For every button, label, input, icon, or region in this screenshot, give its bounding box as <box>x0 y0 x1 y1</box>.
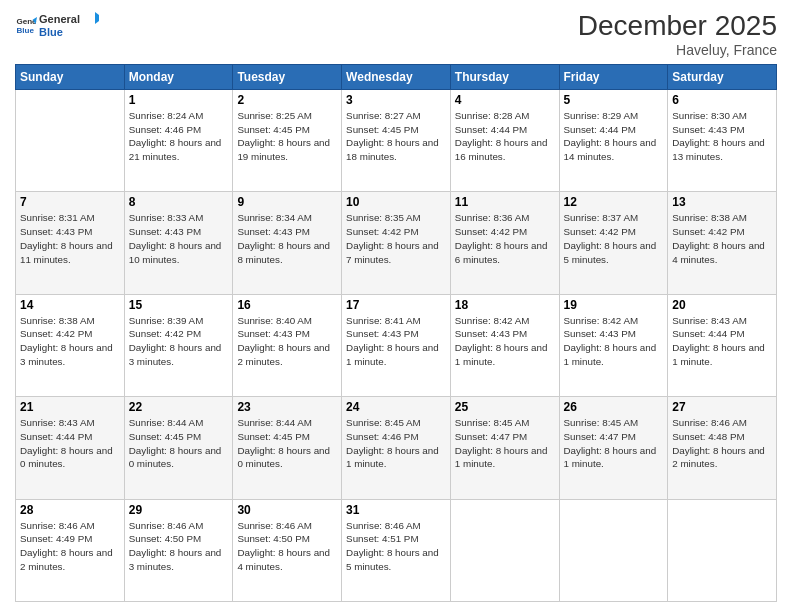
calendar-cell: 9 Sunrise: 8:34 AMSunset: 4:43 PMDayligh… <box>233 192 342 294</box>
calendar-cell: 3 Sunrise: 8:27 AMSunset: 4:45 PMDayligh… <box>342 90 451 192</box>
svg-text:Blue: Blue <box>39 26 63 38</box>
cell-date: 8 <box>129 195 229 209</box>
cell-info: Sunrise: 8:31 AMSunset: 4:43 PMDaylight:… <box>20 212 113 264</box>
cell-date: 10 <box>346 195 446 209</box>
calendar-cell: 31 Sunrise: 8:46 AMSunset: 4:51 PMDaylig… <box>342 499 451 601</box>
calendar-cell <box>668 499 777 601</box>
calendar-cell: 12 Sunrise: 8:37 AMSunset: 4:42 PMDaylig… <box>559 192 668 294</box>
cell-info: Sunrise: 8:39 AMSunset: 4:42 PMDaylight:… <box>129 315 222 367</box>
cell-date: 3 <box>346 93 446 107</box>
cell-info: Sunrise: 8:45 AMSunset: 4:47 PMDaylight:… <box>455 417 548 469</box>
cell-info: Sunrise: 8:46 AMSunset: 4:49 PMDaylight:… <box>20 520 113 572</box>
cell-date: 21 <box>20 400 120 414</box>
cell-info: Sunrise: 8:29 AMSunset: 4:44 PMDaylight:… <box>564 110 657 162</box>
cell-info: Sunrise: 8:45 AMSunset: 4:47 PMDaylight:… <box>564 417 657 469</box>
location: Haveluy, France <box>578 42 777 58</box>
cell-date: 16 <box>237 298 337 312</box>
cell-date: 23 <box>237 400 337 414</box>
calendar-cell: 29 Sunrise: 8:46 AMSunset: 4:50 PMDaylig… <box>124 499 233 601</box>
cell-info: Sunrise: 8:38 AMSunset: 4:42 PMDaylight:… <box>672 212 765 264</box>
calendar-cell: 15 Sunrise: 8:39 AMSunset: 4:42 PMDaylig… <box>124 294 233 396</box>
header-thursday: Thursday <box>450 65 559 90</box>
logo-icon: General Blue <box>15 14 37 36</box>
title-block: December 2025 Haveluy, France <box>578 10 777 58</box>
cell-date: 22 <box>129 400 229 414</box>
cell-date: 25 <box>455 400 555 414</box>
header-tuesday: Tuesday <box>233 65 342 90</box>
calendar-cell: 28 Sunrise: 8:46 AMSunset: 4:49 PMDaylig… <box>16 499 125 601</box>
calendar-cell: 5 Sunrise: 8:29 AMSunset: 4:44 PMDayligh… <box>559 90 668 192</box>
calendar-cell: 22 Sunrise: 8:44 AMSunset: 4:45 PMDaylig… <box>124 397 233 499</box>
calendar-week-row: 7 Sunrise: 8:31 AMSunset: 4:43 PMDayligh… <box>16 192 777 294</box>
cell-date: 26 <box>564 400 664 414</box>
cell-date: 18 <box>455 298 555 312</box>
header-sunday: Sunday <box>16 65 125 90</box>
cell-date: 15 <box>129 298 229 312</box>
cell-date: 29 <box>129 503 229 517</box>
cell-info: Sunrise: 8:28 AMSunset: 4:44 PMDaylight:… <box>455 110 548 162</box>
calendar-table: Sunday Monday Tuesday Wednesday Thursday… <box>15 64 777 602</box>
cell-date: 5 <box>564 93 664 107</box>
cell-info: Sunrise: 8:24 AMSunset: 4:46 PMDaylight:… <box>129 110 222 162</box>
cell-info: Sunrise: 8:35 AMSunset: 4:42 PMDaylight:… <box>346 212 439 264</box>
cell-info: Sunrise: 8:46 AMSunset: 4:50 PMDaylight:… <box>237 520 330 572</box>
cell-date: 4 <box>455 93 555 107</box>
calendar-cell: 24 Sunrise: 8:45 AMSunset: 4:46 PMDaylig… <box>342 397 451 499</box>
calendar-cell: 6 Sunrise: 8:30 AMSunset: 4:43 PMDayligh… <box>668 90 777 192</box>
calendar-cell: 11 Sunrise: 8:36 AMSunset: 4:42 PMDaylig… <box>450 192 559 294</box>
cell-date: 17 <box>346 298 446 312</box>
cell-info: Sunrise: 8:43 AMSunset: 4:44 PMDaylight:… <box>20 417 113 469</box>
cell-date: 27 <box>672 400 772 414</box>
cell-date: 31 <box>346 503 446 517</box>
cell-info: Sunrise: 8:33 AMSunset: 4:43 PMDaylight:… <box>129 212 222 264</box>
calendar-cell: 19 Sunrise: 8:42 AMSunset: 4:43 PMDaylig… <box>559 294 668 396</box>
cell-date: 12 <box>564 195 664 209</box>
cell-date: 13 <box>672 195 772 209</box>
header: General Blue General Blue December 2025 … <box>15 10 777 58</box>
svg-text:General: General <box>39 13 80 25</box>
calendar-cell: 26 Sunrise: 8:45 AMSunset: 4:47 PMDaylig… <box>559 397 668 499</box>
calendar-page: General Blue General Blue December 2025 … <box>0 0 792 612</box>
header-monday: Monday <box>124 65 233 90</box>
cell-info: Sunrise: 8:37 AMSunset: 4:42 PMDaylight:… <box>564 212 657 264</box>
cell-info: Sunrise: 8:44 AMSunset: 4:45 PMDaylight:… <box>129 417 222 469</box>
month-title: December 2025 <box>578 10 777 42</box>
calendar-cell: 8 Sunrise: 8:33 AMSunset: 4:43 PMDayligh… <box>124 192 233 294</box>
header-wednesday: Wednesday <box>342 65 451 90</box>
cell-date: 19 <box>564 298 664 312</box>
calendar-cell <box>450 499 559 601</box>
calendar-cell <box>16 90 125 192</box>
cell-info: Sunrise: 8:38 AMSunset: 4:42 PMDaylight:… <box>20 315 113 367</box>
calendar-cell: 10 Sunrise: 8:35 AMSunset: 4:42 PMDaylig… <box>342 192 451 294</box>
calendar-cell: 18 Sunrise: 8:42 AMSunset: 4:43 PMDaylig… <box>450 294 559 396</box>
cell-info: Sunrise: 8:30 AMSunset: 4:43 PMDaylight:… <box>672 110 765 162</box>
cell-date: 9 <box>237 195 337 209</box>
calendar-cell: 20 Sunrise: 8:43 AMSunset: 4:44 PMDaylig… <box>668 294 777 396</box>
calendar-week-row: 28 Sunrise: 8:46 AMSunset: 4:49 PMDaylig… <box>16 499 777 601</box>
logo-graphic: General Blue <box>39 10 99 40</box>
calendar-cell: 4 Sunrise: 8:28 AMSunset: 4:44 PMDayligh… <box>450 90 559 192</box>
cell-info: Sunrise: 8:42 AMSunset: 4:43 PMDaylight:… <box>564 315 657 367</box>
cell-info: Sunrise: 8:46 AMSunset: 4:48 PMDaylight:… <box>672 417 765 469</box>
cell-info: Sunrise: 8:41 AMSunset: 4:43 PMDaylight:… <box>346 315 439 367</box>
cell-info: Sunrise: 8:42 AMSunset: 4:43 PMDaylight:… <box>455 315 548 367</box>
calendar-week-row: 21 Sunrise: 8:43 AMSunset: 4:44 PMDaylig… <box>16 397 777 499</box>
cell-info: Sunrise: 8:45 AMSunset: 4:46 PMDaylight:… <box>346 417 439 469</box>
cell-date: 30 <box>237 503 337 517</box>
cell-date: 14 <box>20 298 120 312</box>
header-friday: Friday <box>559 65 668 90</box>
calendar-cell: 7 Sunrise: 8:31 AMSunset: 4:43 PMDayligh… <box>16 192 125 294</box>
calendar-cell: 27 Sunrise: 8:46 AMSunset: 4:48 PMDaylig… <box>668 397 777 499</box>
calendar-cell: 17 Sunrise: 8:41 AMSunset: 4:43 PMDaylig… <box>342 294 451 396</box>
cell-date: 24 <box>346 400 446 414</box>
weekday-header-row: Sunday Monday Tuesday Wednesday Thursday… <box>16 65 777 90</box>
svg-marker-5 <box>95 12 99 24</box>
header-saturday: Saturday <box>668 65 777 90</box>
cell-info: Sunrise: 8:46 AMSunset: 4:51 PMDaylight:… <box>346 520 439 572</box>
cell-info: Sunrise: 8:36 AMSunset: 4:42 PMDaylight:… <box>455 212 548 264</box>
cell-date: 7 <box>20 195 120 209</box>
cell-date: 1 <box>129 93 229 107</box>
calendar-cell: 23 Sunrise: 8:44 AMSunset: 4:45 PMDaylig… <box>233 397 342 499</box>
calendar-cell: 25 Sunrise: 8:45 AMSunset: 4:47 PMDaylig… <box>450 397 559 499</box>
calendar-cell: 14 Sunrise: 8:38 AMSunset: 4:42 PMDaylig… <box>16 294 125 396</box>
